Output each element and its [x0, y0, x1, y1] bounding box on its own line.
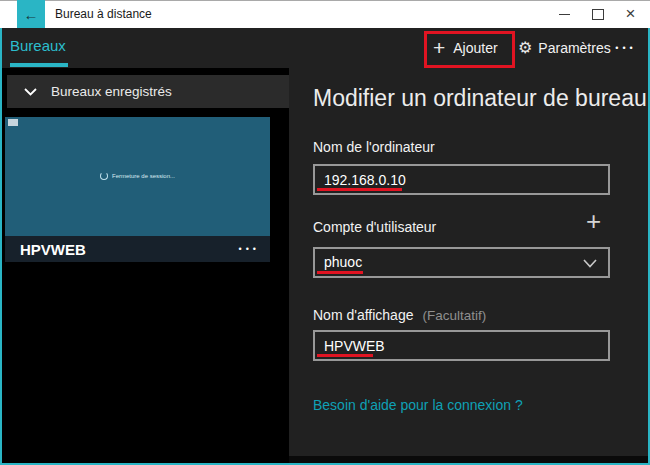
user-account-selected-value: phuoc — [324, 254, 362, 270]
desktop-thumbnail: Fermeture de session... — [5, 117, 270, 236]
desktop-name: HPVWEB — [20, 241, 86, 258]
thumbnail-menu-icon — [8, 119, 18, 126]
app-header: Bureaux + Ajouter ⚙ Paramètres ••• — [0, 28, 650, 68]
more-icon: ••• — [615, 43, 636, 53]
computer-name-label: Nom de l'ordinateur — [313, 139, 435, 155]
user-account-label: Compte d'utilisateur — [313, 219, 436, 235]
display-name-label-text: Nom d'affichage — [313, 307, 413, 323]
maximize-button[interactable] — [581, 0, 614, 28]
display-name-label: Nom d'affichage(Facultatif) — [313, 307, 486, 323]
desktop-card-bar: HPVWEB ••• — [5, 236, 270, 262]
close-button[interactable]: × — [614, 0, 647, 28]
computer-name-input[interactable] — [313, 164, 610, 195]
edit-desktop-panel: Modifier un ordinateur de bureau Nom de … — [289, 68, 650, 456]
saved-desktops-group-header[interactable]: Bureaux enregistrés — [7, 75, 289, 108]
desktop-card[interactable]: Fermeture de session... Windows Server 2… — [5, 117, 270, 262]
user-account-dropdown[interactable]: phuoc — [313, 247, 610, 278]
optional-hint: (Facultatif) — [422, 308, 486, 323]
maximize-icon — [592, 9, 604, 20]
connection-help-link[interactable]: Besoin d'aide pour la connexion ? — [313, 397, 523, 413]
chevron-down-icon — [24, 88, 37, 96]
window-controls: × — [548, 0, 647, 28]
gear-icon: ⚙ — [518, 40, 532, 56]
titlebar: ← Bureau à distance × — [0, 0, 650, 28]
desktop-more-button[interactable]: ••• — [239, 244, 260, 254]
spinner-icon — [100, 172, 108, 180]
add-user-account-button[interactable]: + — [586, 208, 601, 234]
settings-button-label: Paramètres — [538, 40, 610, 56]
add-button[interactable]: + Ajouter — [433, 28, 498, 68]
window-title: Bureau à distance — [55, 0, 152, 28]
add-button-label: Ajouter — [453, 40, 497, 56]
tab-selected-underline — [10, 63, 68, 67]
back-arrow-icon: ← — [24, 7, 39, 22]
minimize-button[interactable] — [548, 0, 581, 28]
session-status-text: Fermeture de session... — [112, 173, 175, 179]
settings-button[interactable]: ⚙ Paramètres — [518, 28, 611, 68]
chevron-down-icon — [583, 259, 597, 268]
sidebar: Bureaux enregistrés Fermeture de session… — [0, 68, 289, 465]
minimize-icon — [559, 14, 570, 15]
saved-desktops-label: Bureaux enregistrés — [51, 84, 172, 99]
panel-heading: Modifier un ordinateur de bureau — [313, 85, 647, 112]
back-button[interactable]: ← — [17, 0, 45, 28]
more-button[interactable]: ••• — [608, 28, 644, 68]
session-status: Fermeture de session... — [5, 172, 270, 180]
app-window: ← Bureau à distance × Bureaux + Ajouter … — [0, 0, 650, 465]
display-name-input[interactable] — [313, 330, 610, 361]
close-icon: × — [626, 5, 636, 22]
tab-bureaux[interactable]: Bureaux — [10, 37, 66, 54]
add-plus-icon: + — [433, 37, 445, 58]
